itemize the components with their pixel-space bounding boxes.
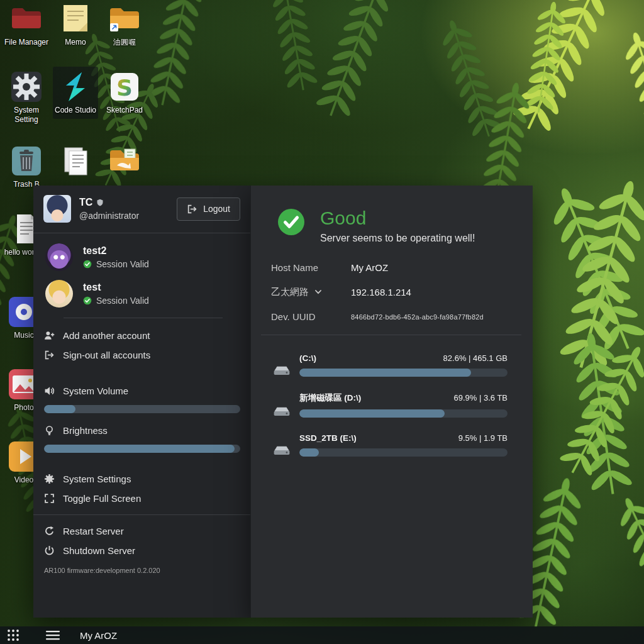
hdd-icon [272,406,291,417]
desktop-icon-code-studio[interactable]: Code Studio [53,67,98,119]
disk-usage-fill [299,448,319,457]
disk-usage-bar [299,448,508,457]
desktop-icon-file-manager[interactable]: File Manager [4,3,49,47]
speaker-icon [44,386,55,396]
volume-slider[interactable] [44,405,240,413]
app-launcher-button[interactable] [0,626,26,644]
menu-item-label: Toggle Full Screen [63,493,141,504]
disk-usage: 9.5% | 1.9 TB [458,433,508,443]
disk-list: (C:\) 82.6% | 465.1 GB 新增磁碟區 (D:\) 69.9%… [251,335,533,457]
signout-icon [44,350,55,360]
add-user-icon [44,330,55,341]
menu-item-label: Add another account [63,330,150,341]
desktop-icon-label: SketchPad [102,106,147,115]
desktop-icon-trash[interactable]: Trash B [4,145,49,189]
folder-copy-icon [108,147,141,175]
taskbar-title: My ArOZ [80,630,117,641]
user-handle: @administrator [79,211,139,221]
volume-slider-fill [44,405,75,413]
shield-icon [96,199,104,206]
menu-item-label: Sign-out all accounts [63,350,150,360]
disk-label: (C:\) [299,353,316,363]
disk-row-d[interactable]: 新增磁碟區 (D:\) 69.9% | 3.6 TB [272,392,508,418]
disk-usage-bar [299,409,508,418]
restart-server-item[interactable]: Restart Server [33,521,250,541]
desktop-icon-documents[interactable] [53,145,98,180]
trash-icon [10,145,43,177]
desktop-icon-label: File Manager [4,38,49,47]
desktop-icon-shortcut-folder[interactable]: 油圓喔 [102,3,147,47]
account-row-test[interactable]: test Session Valid [45,280,250,308]
account-avatar [45,243,73,271]
shortcut-folder-icon [108,4,141,33]
account-row-test2[interactable]: test2 Session Valid [45,243,250,271]
brightness-slider[interactable] [44,445,240,453]
desktop-icon-folder-copy[interactable] [102,145,147,180]
sketchpad-icon: S [108,70,141,103]
add-account-item[interactable]: Add another account [33,326,250,345]
brightness-label: Brightness [63,425,108,436]
logout-icon [187,204,197,214]
account-name: test [83,282,149,293]
hamburger-icon [46,630,60,640]
firmware-version: AR100 firmware:development 0.2.020 [33,560,250,574]
apps-grid-icon [7,629,19,641]
account-avatar [45,280,73,308]
taskbar: My ArOZ [0,626,644,644]
brightness-label-row: Brightness [33,421,250,440]
fullscreen-icon [44,493,55,504]
divider [33,514,250,515]
volume-label: System Volume [63,386,128,396]
desktop-icon-label: 油圓喔 [102,38,147,47]
check-circle-icon [83,260,92,269]
uuid-label: Dev. UUID [271,311,351,322]
logout-button[interactable]: Logout [177,197,240,221]
desktop-icon-label: Memo [53,38,98,47]
divider [64,318,223,318]
disk-usage: 82.6% | 465.1 GB [443,353,508,363]
hostname-label: Host Name [271,262,351,273]
shutdown-server-item[interactable]: Shutdown Server [33,541,250,560]
power-icon [44,545,55,556]
desktop-icon-label: Code Studio [53,106,98,115]
hostname-value: My ArOZ [351,262,388,273]
status-title: Good [320,208,475,228]
restart-icon [44,526,55,536]
chevron-down-icon[interactable] [315,289,321,295]
current-user-header: TC @administrator Logout [33,186,250,233]
code-studio-icon [59,70,92,103]
status-ok-icon [277,208,305,236]
menu-button[interactable] [39,626,67,644]
system-settings-item[interactable]: System Settings [33,469,250,489]
status-message: Server seems to be operating well! [320,233,475,244]
session-status: Session Valid [96,259,149,269]
hdd-icon [272,445,291,456]
toggle-fullscreen-item[interactable]: Toggle Full Screen [33,489,250,508]
gear-icon [44,474,55,484]
user-avatar [43,195,71,223]
uuid-row: Dev. UUID 8466bd72-bdb6-452a-abc9-fa98a7… [271,310,533,324]
account-name: test2 [83,245,149,257]
username: TC [79,197,92,208]
network-label: 乙太網路 [271,286,309,298]
disk-label: 新增磁碟區 (D:\) [299,392,361,404]
signout-all-item[interactable]: Sign-out all accounts [33,345,250,365]
menu-item-label: Shutdown Server [63,545,135,556]
disk-usage-bar [299,369,508,377]
desktop-icon-memo[interactable]: Memo [53,3,98,47]
disk-usage-fill [299,369,471,377]
memo-icon [59,3,92,35]
accounts-list: test2 Session Valid test Session Valid [33,233,250,308]
gear-icon [10,70,43,103]
disk-row-e[interactable]: SSD_2TB (E:\) 9.5% | 1.9 TB [272,433,508,457]
desktop-icon-sketchpad[interactable]: S SketchPad [102,70,147,115]
disk-usage-fill [299,409,445,418]
disk-row-c[interactable]: (C:\) 82.6% | 465.1 GB [272,353,508,377]
brightness-slider-fill [44,445,235,453]
svg-text:S: S [116,75,133,101]
network-row: 乙太網路 192.168.1.214 [271,286,533,299]
desktop-icon-system-setting[interactable]: System Setting [4,70,49,125]
disk-label: SSD_2TB (E:\) [299,433,357,443]
desktop: File Manager Memo 油圓喔 System Setting [0,0,644,644]
documents-icon [59,145,92,177]
